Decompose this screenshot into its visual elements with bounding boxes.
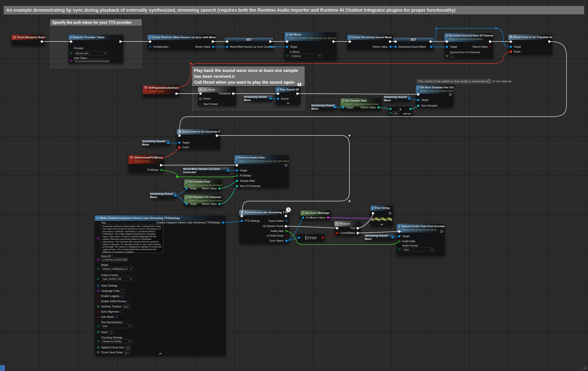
Target-pin[interactable] <box>186 203 188 205</box>
result-pin[interactable] <box>410 108 411 110</box>
getter-streaming-sound-wave-6[interactable]: Streaming Sound Wave <box>365 234 395 241</box>
collapse-chevron-icon[interactable] <box>95 352 226 355</box>
get-number-of-channels[interactable]: ƒGet Number Of ChannelsTarget is Importe… <box>184 195 222 206</box>
graph-title-comment[interactable]: An example demonstrating lip sync during… <box>4 6 584 14</box>
branch[interactable]: BranchTrueConditionFalse <box>335 221 361 236</box>
input-pin[interactable] <box>349 40 351 43</box>
input-pin[interactable] <box>236 164 239 166</box>
set-mood[interactable]: ƒSet MoodTarget is Realistic Meta Human … <box>284 32 336 60</box>
textarea-input[interactable]: Streaming synthesis output begins with a… <box>101 224 163 253</box>
Auto Mode-pin[interactable] <box>97 316 99 318</box>
input-pin[interactable] <box>70 60 72 62</box>
output-pin[interactable] <box>227 170 229 172</box>
reroute-dot-1[interactable] <box>349 200 350 202</box>
Target-pin[interactable] <box>398 235 400 237</box>
Optimal Chunk Size-pin[interactable] <box>97 346 99 349</box>
print-string[interactable]: ƒPrint StringIn StringDevelopment Only <box>370 205 393 227</box>
input-pin[interactable] <box>178 134 181 137</box>
output-pin[interactable] <box>175 92 178 95</box>
Target-pin[interactable] <box>510 46 512 48</box>
collapse-chevron-icon[interactable] <box>275 102 301 105</box>
input-pin[interactable] <box>398 230 401 233</box>
False-pin[interactable] <box>357 232 359 234</box>
Event-pin[interactable] <box>178 146 180 148</box>
create-streaming-sound-wave[interactable]: ƒCreate Streaming Sound WaveReturn Value <box>347 35 393 50</box>
dropdown[interactable]: auto <box>101 324 133 328</box>
event-blueprint-begin-play[interactable]: Event Blueprint Begin Play <box>11 35 45 46</box>
error-enum-capsule[interactable]: Error <box>297 234 325 241</box>
Num Samples-pin[interactable] <box>417 105 419 107</box>
reroute-dot-4[interactable] <box>190 63 192 64</box>
getter-mood-metahuman-generator[interactable]: Mood Meta Human Lip Sync Generator <box>183 168 230 174</box>
output-pin[interactable] <box>408 98 410 100</box>
Return Value-pin[interactable] <box>327 217 329 219</box>
get-error-message[interactable]: ƒGet Error MessageErrorReturn Value <box>300 210 331 220</box>
text-input[interactable]: 1 <box>450 54 454 58</box>
input-pin[interactable] <box>70 52 72 54</box>
bind-event-on-populate-audio-state[interactable]: Bind Event to On Populate Audio StateTar… <box>508 34 553 55</box>
output-pin[interactable] <box>391 236 393 238</box>
set-initial-desired-num-channels[interactable]: ƒSet Initial Desired Num Of ChannelsTarg… <box>444 33 493 58</box>
Voice Settings-pin[interactable] <box>97 285 99 287</box>
Streaming Sound Wave-pin[interactable] <box>395 46 397 48</box>
input-pin[interactable] <box>372 212 375 214</box>
Return Value-pin[interactable] <box>489 46 492 48</box>
output-pin[interactable] <box>430 40 432 43</box>
input-pin[interactable] <box>394 40 397 43</box>
register-provider-token[interactable]: ƒRegister Provider TokenProviderElevenLa… <box>68 35 124 63</box>
get-sample-rate-2[interactable]: ƒGet Sample RateTarget is Imported Sound… <box>184 179 222 191</box>
Async Action-pin[interactable] <box>285 220 287 222</box>
checkbox[interactable] <box>220 102 223 105</box>
output-pin[interactable] <box>548 40 551 43</box>
input-pin[interactable] <box>446 55 448 57</box>
getter-streaming-sound-wave-3[interactable]: Streaming Sound Wave <box>311 104 337 110</box>
Return Value-pin[interactable] <box>378 106 380 109</box>
comment-auth-token-title[interactable]: Specify the auth token for your TTS prov… <box>50 19 142 26</box>
delegate-pin[interactable] <box>43 36 43 39</box>
On Stream Chunk-pin[interactable] <box>285 225 288 228</box>
divide-node[interactable]: ÷100Add pin <box>388 107 412 116</box>
append-audio-data-from-encoded[interactable]: ƒAppend Audio Data from EncodedTarget is… <box>397 224 445 256</box>
output-pin[interactable] <box>334 106 336 108</box>
input-pin[interactable] <box>286 40 289 43</box>
play-sound-2d[interactable]: ƒPlay Sound 2DSound <box>275 87 301 105</box>
text-input[interactable]: sk-xxxxxxxxxxxxxxxxxxxxxxxxxxxxxx <box>74 59 109 63</box>
bind-event-on-generate-pcmdata[interactable]: Bind Event to On Generate PCMDataTargetE… <box>177 129 220 150</box>
delegate-pin[interactable] <box>178 87 178 90</box>
output-pin[interactable] <box>269 40 272 43</box>
do-once[interactable]: Do OnceCompletedResetStart Closed <box>198 87 236 106</box>
Return Value-pin[interactable] <box>219 188 220 190</box>
output-pin[interactable] <box>449 93 452 96</box>
reroute-dot-2[interactable] <box>436 28 437 29</box>
set-num-samples-per-chunk[interactable]: ƒSet Num Samples Per ChunkTarget is Impo… <box>416 85 453 108</box>
input-pin[interactable] <box>298 237 300 239</box>
input-pin[interactable] <box>336 227 339 230</box>
Return Value-pin[interactable] <box>219 203 220 205</box>
create-realistic-metahuman-lipsync[interactable]: ƒCreate Realistic Meta Human Lip Sync wi… <box>147 35 216 50</box>
output-pin[interactable] <box>160 164 163 166</box>
output-pin[interactable] <box>216 134 219 137</box>
blueprint-graph-canvas[interactable]: An example demonstrating lip sync during… <box>0 0 588 371</box>
input-pin[interactable] <box>226 40 229 43</box>
output-pin[interactable] <box>389 212 392 214</box>
Target-pin[interactable] <box>417 99 419 101</box>
Error Status-pin[interactable] <box>285 240 287 242</box>
Return Value-pin[interactable] <box>389 46 391 48</box>
Condition-pin[interactable] <box>336 232 338 234</box>
input-pin[interactable] <box>149 40 152 43</box>
Chunking Strategy-pin[interactable] <box>97 340 99 342</box>
set-mood-metahuman-generator[interactable]: SETMood Meta Human Lip Sync Generator <box>224 38 273 50</box>
Target-pin[interactable] <box>186 188 188 190</box>
Target-pin[interactable] <box>236 169 238 171</box>
reroute-dot-3[interactable] <box>495 28 497 29</box>
output-pin[interactable] <box>285 164 288 166</box>
input-pin[interactable] <box>277 92 280 95</box>
Enable Logging-pin[interactable] <box>97 295 99 297</box>
Error-pin[interactable] <box>302 217 304 219</box>
send-elevenlabs-streaming-tts-request[interactable]: Send ElevenLabs Streaming TTS RequestTTS… <box>239 210 289 244</box>
Text Normalization-pin[interactable] <box>97 325 99 327</box>
Output Format-pin[interactable] <box>97 278 99 280</box>
Configuration-pin[interactable] <box>149 46 151 48</box>
reroute-dot-5[interactable] <box>176 176 178 178</box>
Target-pin[interactable] <box>286 46 288 48</box>
